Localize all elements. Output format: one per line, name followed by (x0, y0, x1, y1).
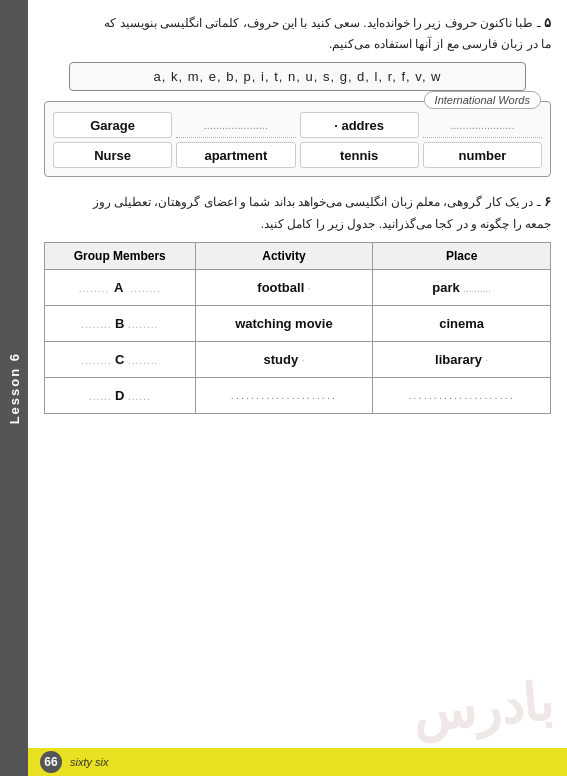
row-d-place-dots: ..................... (409, 389, 515, 401)
footer-page-text: sixty six (70, 756, 109, 768)
row-c-activity: study · (195, 341, 373, 377)
row-d-group: ...... D ...... (45, 377, 196, 413)
table-row: ........ C ........ study · libarary · (45, 341, 551, 377)
row-a-activity-label: football (257, 280, 304, 295)
row-d-group-label: D (115, 388, 128, 403)
row-b-activity: watching movie (195, 305, 373, 341)
footer-page-number: 66 (40, 751, 62, 773)
section5: ۵ ـ طبا ناکنون حروف زیر را خوانده‌اید. س… (44, 12, 551, 177)
section5-line1: ـ طبا ناکنون حروف زیر را خوانده‌اید. سعی… (104, 16, 540, 30)
row-c-place-label: libarary (435, 352, 482, 367)
intl-words-container: International Words Garage .............… (44, 101, 551, 177)
section5-number: ۵ (544, 15, 551, 30)
word-cell-tennis: tennis (300, 142, 419, 168)
section6-line2: جمعه را چگونه و در کجا می‌گذرانید. جدول … (261, 217, 551, 231)
row-c-place: libarary · (373, 341, 551, 377)
lesson-tab-label: Lesson 6 (7, 352, 22, 424)
word-cell-nurse: Nurse (53, 142, 172, 168)
section6-line1: ـ در یک کار گروهی، معلم زبان انگلیسی می‌… (93, 195, 541, 209)
section5-text: ۵ ـ طبا ناکنون حروف زیر را خوانده‌اید. س… (44, 12, 551, 54)
col-header-activity: Activity (195, 242, 373, 269)
word-cell-addres: · addres (300, 112, 419, 138)
section6-number: ۶ (544, 194, 551, 209)
col-header-group: Group Members (45, 242, 196, 269)
section5-line2: ما در زبان فارسی مع از آنها استفاده می‌ک… (329, 37, 551, 51)
row-c-group: ........ C ........ (45, 341, 196, 377)
row-c-group-label: C (115, 352, 128, 367)
activity-table: Group Members Activity Place ........ A … (44, 242, 551, 414)
row-b-activity-label: watching movie (235, 316, 333, 331)
word-cell-dot1: ..................... (176, 112, 295, 138)
row-b-place-label: cinema (439, 316, 484, 331)
row-c-activity-label: study (263, 352, 298, 367)
row-d-activity: ..................... (195, 377, 373, 413)
row-a-place-label: park (432, 280, 459, 295)
row-d-place: ..................... (373, 377, 551, 413)
row-b-place: cinema (373, 305, 551, 341)
row-a-place: park .......... (373, 269, 551, 305)
table-row: ........ A ........ football · park ....… (45, 269, 551, 305)
letters-box: a, k, m, e, b, p, i, t, n, u, s, g, d, l… (69, 62, 525, 91)
table-row: ...... D ...... ..................... ..… (45, 377, 551, 413)
col-header-place: Place (373, 242, 551, 269)
section6-text: ۶ ـ در یک کار گروهی، معلم زبان انگلیسی م… (44, 191, 551, 233)
row-a-activity: football · (195, 269, 373, 305)
intl-words-label: International Words (424, 91, 541, 109)
word-cell-dot2: ..................... (423, 112, 542, 138)
row-d-activity-dots: ..................... (231, 389, 337, 401)
row-b-group-label: B (115, 316, 128, 331)
row-b-group: ........ B ........ (45, 305, 196, 341)
footer: 66 sixty six (28, 748, 567, 776)
words-grid: Garage ..................... · addres ..… (44, 101, 551, 177)
main-content: ۵ ـ طبا ناکنون حروف زیر را خوانده‌اید. س… (28, 0, 567, 776)
row-a-group: ........ A ........ (45, 269, 196, 305)
section6: ۶ ـ در یک کار گروهی، معلم زبان انگلیسی م… (44, 191, 551, 413)
word-cell-number: number (423, 142, 542, 168)
word-cell-apartment: apartment (176, 142, 295, 168)
table-row: ........ B ........ watching movie cinem… (45, 305, 551, 341)
word-cell-garage: Garage (53, 112, 172, 138)
lesson-tab: Lesson 6 (0, 0, 28, 776)
table-header-row: Group Members Activity Place (45, 242, 551, 269)
row-a-group-label: A (114, 280, 131, 295)
